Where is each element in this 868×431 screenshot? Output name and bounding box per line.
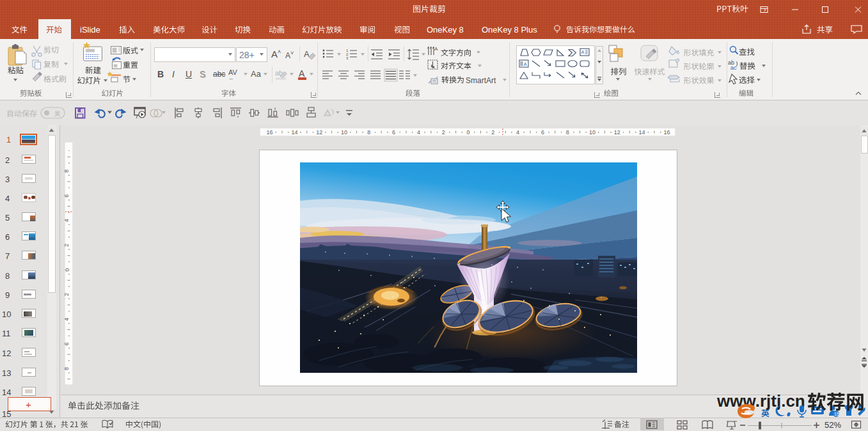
svg-text:14: 14	[291, 129, 297, 136]
svg-text:A: A	[581, 49, 585, 55]
svg-text:8: 8	[367, 129, 370, 136]
svg-text:15: 15	[834, 412, 839, 416]
svg-text:16: 16	[267, 129, 273, 136]
svg-text:0: 0	[65, 268, 70, 271]
svg-text:6: 6	[65, 342, 70, 345]
svg-text:A: A	[304, 49, 310, 59]
svg-text:2: 2	[65, 244, 70, 247]
svg-text:4: 4	[65, 219, 70, 222]
svg-text:8: 8	[65, 169, 70, 173]
svg-text:8: 8	[566, 129, 569, 136]
svg-text:6: 6	[541, 129, 544, 136]
svg-text:14: 14	[639, 129, 645, 136]
svg-text:2: 2	[442, 129, 445, 136]
svg-text:16: 16	[663, 129, 670, 136]
svg-text:2: 2	[65, 293, 70, 296]
svg-text:10: 10	[341, 129, 347, 136]
svg-text:8: 8	[65, 367, 70, 370]
svg-text:A: A	[524, 61, 527, 67]
svg-text:2: 2	[491, 129, 494, 136]
svg-text:A: A	[434, 46, 438, 52]
svg-text:0: 0	[466, 129, 470, 136]
svg-text:3: 3	[346, 56, 349, 60]
svg-text:6: 6	[65, 194, 70, 198]
svg-text:ac: ac	[730, 65, 737, 71]
svg-text:6: 6	[392, 129, 395, 136]
svg-text:4: 4	[417, 129, 420, 136]
svg-text:4: 4	[516, 129, 519, 136]
svg-text:10: 10	[589, 129, 596, 136]
svg-text:12: 12	[614, 129, 620, 136]
svg-text:4: 4	[65, 318, 70, 321]
svg-text:12: 12	[316, 129, 322, 136]
